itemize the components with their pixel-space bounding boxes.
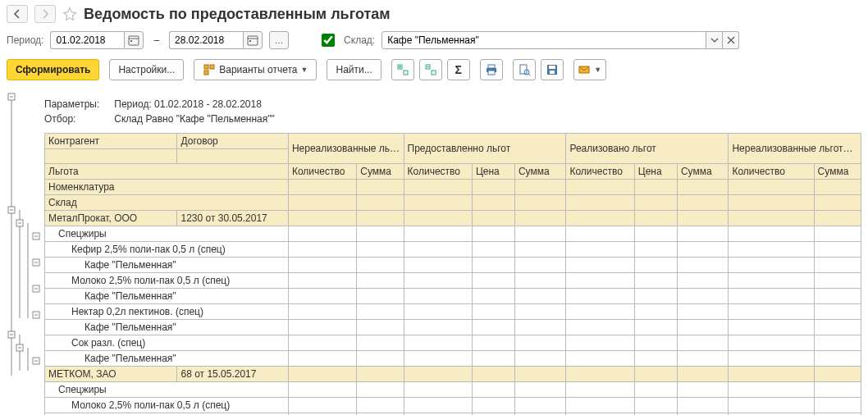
col-realized: Реализовано льгот <box>566 134 729 164</box>
filter-label: Отбор: <box>44 112 114 126</box>
filter-value: Склад Равно "Кафе "Пельменная"" <box>114 112 289 126</box>
col-benefit: Льгота <box>45 164 289 180</box>
warehouse-label: Склад: <box>344 34 375 46</box>
svg-rect-16 <box>520 65 527 74</box>
col-sum: Сумма <box>814 164 861 180</box>
nav-back-button[interactable] <box>7 5 28 23</box>
chevron-down-icon: ▼ <box>594 66 601 74</box>
params-value: Период: 01.02.2018 - 28.02.2018 <box>114 97 289 112</box>
cell-name: Спецжиры <box>45 382 289 398</box>
col-contract: Договор <box>177 134 288 149</box>
date-from-input[interactable] <box>50 31 124 49</box>
col-contragent: Контрагент <box>45 134 177 149</box>
svg-rect-0 <box>129 36 139 45</box>
calendar-icon <box>127 34 140 47</box>
cell-name: Кафе "Пельменная" <box>45 320 289 335</box>
col-unreal-start: Нереализованные льготы на начало <box>288 134 404 164</box>
warehouse-clear-button[interactable] <box>723 31 739 49</box>
date-to-picker-button[interactable] <box>243 31 263 49</box>
svg-rect-15 <box>488 71 495 75</box>
table-row[interactable]: МеталПрокат, ООО1230 от 30.05.2017 <box>45 211 861 226</box>
date-from-picker-button[interactable] <box>124 31 144 49</box>
svg-rect-8 <box>204 71 208 75</box>
col-sum: Сумма <box>514 164 566 180</box>
tree-expand-icon <box>396 63 409 76</box>
send-email-button[interactable]: ▼ <box>573 59 606 80</box>
sum-button[interactable]: Σ <box>447 59 470 80</box>
settings-button[interactable]: Настройки... <box>109 59 184 80</box>
save-button[interactable] <box>541 59 564 80</box>
sigma-icon: Σ <box>455 63 462 76</box>
col-price: Цена <box>634 164 677 180</box>
col-warehouse: Склад <box>45 195 289 211</box>
table-row[interactable]: Кафе "Пельменная" <box>45 289 861 304</box>
cell-contract: 1230 от 30.05.2017 <box>177 211 288 226</box>
col-sum: Сумма <box>357 164 404 180</box>
chevron-down-icon <box>708 34 721 47</box>
date-to-input[interactable] <box>169 31 243 49</box>
svg-rect-7 <box>210 65 214 69</box>
svg-rect-3 <box>248 36 258 45</box>
nav-forward-button[interactable] <box>34 5 56 23</box>
expand-groups-button[interactable] <box>391 59 414 80</box>
preview-icon <box>518 63 531 76</box>
preview-button[interactable] <box>513 59 536 80</box>
cell-name: Кефир 2,5% поли-пак 0,5 л (спец) <box>45 242 289 258</box>
table-row[interactable]: Молоко 2,5% поли-пак 0,5 л (спец) <box>45 398 861 413</box>
table-row[interactable]: Сок разл. (спец) <box>45 335 861 351</box>
svg-rect-21 <box>550 71 555 74</box>
cell-name: Кафе "Пельменная" <box>45 258 289 273</box>
table-row[interactable]: Кафе "Пельменная" <box>45 258 861 273</box>
col-qty: Количество <box>288 164 356 180</box>
report-parameters: Параметры: Период: 01.02.2018 - 28.02.20… <box>44 89 290 133</box>
table-row[interactable]: Кафе "Пельменная" <box>45 351 861 367</box>
chevron-down-icon: ▼ <box>301 66 308 74</box>
ellipsis-icon: … <box>275 35 284 45</box>
close-icon <box>724 34 738 47</box>
cell-name: Сок разл. (спец) <box>45 335 289 351</box>
date-range-dash: – <box>150 34 162 46</box>
col-qty: Количество <box>404 164 472 180</box>
col-granted: Предоставленно льгот <box>404 134 566 164</box>
cell-contract: 68 от 15.05.2017 <box>177 367 288 382</box>
report-variants-button[interactable]: Варианты отчета ▼ <box>194 59 317 80</box>
table-row[interactable]: Кефир 2,5% поли-пак 0,5 л (спец) <box>45 242 861 258</box>
warehouse-filter-checkbox[interactable] <box>322 34 335 47</box>
col-price: Цена <box>472 164 514 180</box>
run-report-button[interactable]: Сформировать <box>7 59 99 80</box>
arrow-right-icon <box>39 7 52 21</box>
variants-icon <box>203 63 216 76</box>
arrow-left-icon <box>11 7 24 21</box>
table-row[interactable]: Спецжиры <box>45 226 861 242</box>
svg-rect-5 <box>249 40 251 42</box>
cell-contragent: МеталПрокат, ООО <box>45 211 177 226</box>
table-row[interactable]: Нектар 0,2л пектинов. (спец) <box>45 304 861 320</box>
cell-name: Молоко 2,5% поли-пак 0,5 л (спец) <box>45 398 289 413</box>
cell-name: Кафе "Пельменная" <box>45 351 289 367</box>
col-sum: Сумма <box>677 164 729 180</box>
table-row[interactable]: МЕТКОМ, ЗАО68 от 15.05.2017 <box>45 367 861 382</box>
collapse-groups-button[interactable] <box>419 59 442 80</box>
table-row[interactable]: Спецжиры <box>45 382 861 398</box>
envelope-icon <box>578 63 591 76</box>
page-title: Ведомость по предоставленным льготам <box>84 6 391 23</box>
col-qty: Количество <box>566 164 634 180</box>
favorite-star-icon[interactable] <box>62 7 77 21</box>
period-choose-button[interactable]: … <box>269 31 289 49</box>
print-button[interactable] <box>480 59 503 80</box>
cell-name: Нектар 0,2л пектинов. (спец) <box>45 304 289 320</box>
find-button[interactable]: Найти... <box>327 59 381 80</box>
period-label: Период: <box>7 34 43 46</box>
calendar-icon <box>246 34 259 47</box>
tree-collapse-icon <box>424 63 437 76</box>
warehouse-dropdown-button[interactable] <box>706 31 723 49</box>
col-nomenclature: Номенклатура <box>45 180 289 195</box>
report-table: Контрагент Договор Нереализованные льгот… <box>44 133 861 415</box>
cell-name: Спецжиры <box>45 226 289 242</box>
cell-name: Кафе "Пельменная" <box>45 289 289 304</box>
print-icon <box>485 63 498 76</box>
svg-rect-10 <box>404 71 408 75</box>
table-row[interactable]: Молоко 2,5% поли-пак 0,5 л (спец) <box>45 273 861 289</box>
warehouse-select[interactable] <box>381 31 706 49</box>
table-row[interactable]: Кафе "Пельменная" <box>45 320 861 335</box>
